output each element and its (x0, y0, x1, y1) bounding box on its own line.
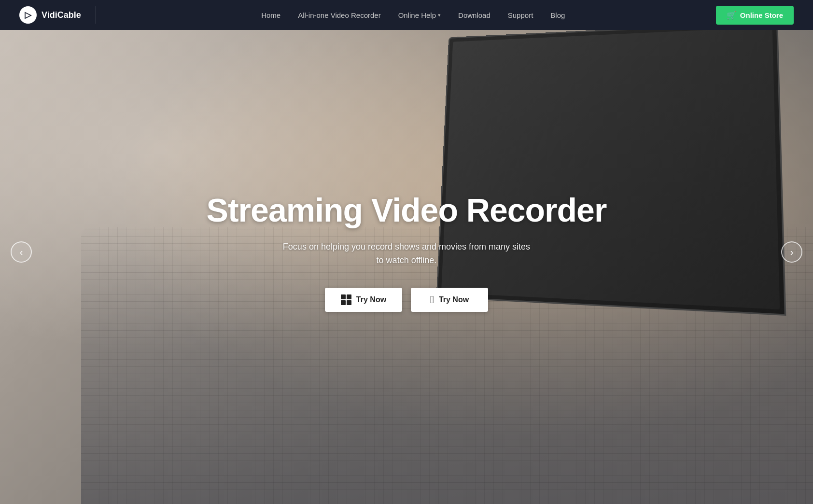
arrow-right-icon: › (790, 247, 794, 258)
cart-icon: 🛒 (727, 11, 736, 20)
navbar: ▷ VidiCable Home All-in-one Video Record… (0, 0, 813, 30)
carousel-next-button[interactable]: › (781, 241, 802, 263)
apple-icon:  (430, 294, 434, 305)
hero-content: Streaming Video Recorder Focus on helpin… (197, 192, 617, 312)
windows-try-button[interactable]: Try Now (325, 288, 402, 312)
nav-support[interactable]: Support (508, 11, 533, 19)
nav-links: Home All-in-one Video Recorder Online He… (111, 11, 716, 19)
nav-home[interactable]: Home (261, 11, 280, 19)
logo-area[interactable]: ▷ VidiCable (19, 6, 96, 24)
arrow-left-icon: ‹ (20, 247, 23, 258)
hero-subtitle: Focus on helping you record shows and mo… (281, 240, 532, 268)
hero-buttons: Try Now  Try Now (207, 288, 607, 312)
nav-help[interactable]: Online Help ▾ (398, 11, 441, 19)
apple-try-button[interactable]:  Try Now (411, 288, 488, 312)
nav-blog[interactable]: Blog (550, 11, 565, 19)
nav-recorder[interactable]: All-in-one Video Recorder (298, 11, 380, 19)
hero-section: ‹ › Streaming Video Recorder Focus on he… (0, 0, 813, 504)
online-store-button[interactable]: 🛒 Online Store (716, 6, 794, 25)
logo-icon: ▷ (19, 6, 37, 24)
chevron-down-icon: ▾ (438, 12, 441, 18)
windows-icon (341, 294, 351, 305)
nav-download[interactable]: Download (458, 11, 491, 19)
hero-title: Streaming Video Recorder (207, 192, 607, 228)
carousel-prev-button[interactable]: ‹ (11, 241, 32, 263)
brand-name: VidiCable (42, 10, 81, 20)
